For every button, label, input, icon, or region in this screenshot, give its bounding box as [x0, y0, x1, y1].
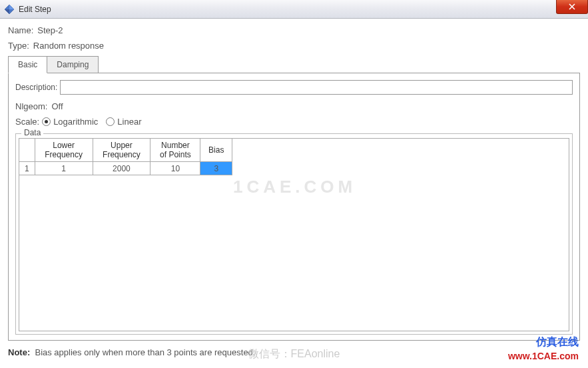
note-label: Note: [8, 347, 30, 357]
name-value: Step-2 [37, 25, 63, 35]
cell-lower[interactable]: 1 [35, 162, 93, 175]
nlgeom-label: Nlgeom: [15, 101, 47, 111]
type-row: Type: Random response [8, 41, 580, 51]
radio-icon [106, 117, 115, 126]
cell-points[interactable]: 10 [150, 162, 200, 175]
cell-bias[interactable]: 3 [200, 162, 232, 175]
scale-radio-group: Logarithmic Linear [42, 117, 141, 127]
scale-label: Scale: [15, 117, 39, 127]
description-label: Description: [15, 83, 57, 92]
radio-linear[interactable]: Linear [106, 117, 141, 127]
type-value: Random response [33, 41, 104, 51]
cell-rownum: 1 [19, 162, 35, 175]
col-header-lower[interactable]: Lower Frequency [35, 139, 93, 162]
data-legend: Data [21, 128, 43, 137]
tab-damping[interactable]: Damping [47, 56, 99, 73]
titlebar: Edit Step [0, 0, 588, 19]
description-input[interactable] [60, 80, 573, 95]
nlgeom-value: Off [51, 101, 63, 111]
radio-icon [42, 117, 51, 126]
col-header-rownum [19, 139, 35, 162]
window-title: Edit Step [19, 5, 51, 14]
nlgeom-row: Nlgeom: Off [15, 101, 573, 111]
tab-basic[interactable]: Basic [8, 56, 47, 73]
note-row: Note: Bias applies only when more than 3… [8, 347, 580, 357]
name-label: Name: [8, 25, 33, 35]
radio-label-linear: Linear [117, 117, 141, 127]
radio-label-logarithmic: Logarithmic [53, 117, 98, 127]
cell-upper[interactable]: 2000 [93, 162, 150, 175]
col-header-points[interactable]: Number of Points [150, 139, 200, 162]
tabs: Basic Damping [8, 56, 580, 73]
name-row: Name: Step-2 [8, 25, 580, 35]
data-table-area[interactable]: Lower Frequency Upper Frequency Number o… [19, 138, 569, 331]
close-button[interactable] [556, 0, 588, 14]
type-label: Type: [8, 41, 29, 51]
app-icon [4, 4, 15, 15]
data-fieldset: Data Lower Frequency Upper Frequency Num… [15, 133, 573, 335]
table-row[interactable]: 1 1 2000 10 3 [19, 162, 232, 175]
scale-row: Scale: Logarithmic Linear [15, 117, 573, 127]
col-header-upper[interactable]: Upper Frequency [93, 139, 150, 162]
radio-logarithmic[interactable]: Logarithmic [42, 117, 98, 127]
tab-panel-basic: Description: Nlgeom: Off Scale: Logarith… [8, 73, 580, 341]
close-icon [569, 3, 575, 10]
description-row: Description: [15, 80, 573, 95]
dialog-content: Name: Step-2 Type: Random response Basic… [0, 19, 588, 364]
col-header-bias[interactable]: Bias [200, 139, 232, 162]
data-table: Lower Frequency Upper Frequency Number o… [19, 139, 232, 175]
